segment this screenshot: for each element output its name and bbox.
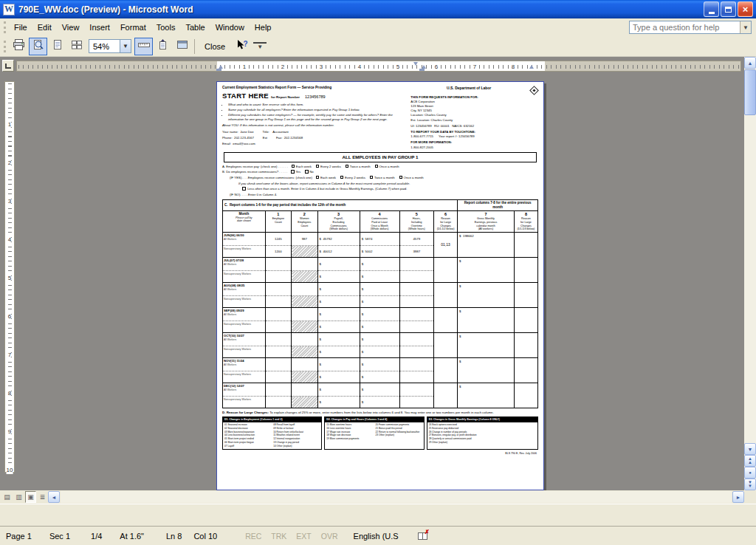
maximize-button[interactable]: [721, 1, 736, 17]
question-input[interactable]: [630, 23, 740, 32]
reason-code-8-cell: [514, 258, 537, 283]
vertical-scrollbar[interactable]: ▲ ▼ ▲▲ ● ▼▼: [744, 57, 756, 490]
contact-fax: Fax: 202-1234568: [276, 136, 303, 140]
status-section: Sec 1: [49, 532, 70, 541]
scroll-right-button[interactable]: ►: [732, 491, 744, 503]
view-ruler-button[interactable]: [134, 38, 153, 55]
toolbar-options-icon[interactable]: ▼: [253, 42, 267, 51]
menu-file[interactable]: File: [9, 20, 32, 35]
table-cell: [265, 333, 291, 346]
close-preview-button[interactable]: Close: [198, 39, 232, 54]
form-bullet: Different pay schedules for some employe…: [228, 113, 407, 122]
status-toggle-trk[interactable]: TRK: [271, 532, 286, 541]
reason-code-item: 07 Layoff: [224, 445, 271, 448]
report-number-label: for Report Number: [271, 95, 300, 100]
all-workers-label: All Workers: [224, 313, 264, 316]
all-workers-label: All Workers: [224, 238, 264, 241]
table-cell: [292, 246, 317, 258]
toolbar-grip[interactable]: [4, 21, 6, 33]
next-page-button[interactable]: ▼▼: [744, 479, 756, 490]
left-indent-box-marker[interactable]: [216, 69, 221, 71]
table-cell: $ 5874: [360, 233, 399, 246]
toolbar-separator: [194, 39, 195, 54]
toolbar-grip[interactable]: [4, 41, 6, 52]
one-page-button[interactable]: [48, 38, 66, 55]
scroll-left-button[interactable]: ◄: [48, 491, 60, 503]
checkbox-option: Each week: [312, 176, 336, 179]
column-number: 7: [458, 212, 514, 217]
status-toggle-ext[interactable]: EXT: [296, 532, 311, 541]
menu-tools[interactable]: Tools: [151, 20, 181, 35]
right-indent-marker[interactable]: [529, 65, 534, 69]
hanging-indent-box-marker[interactable]: [419, 69, 425, 71]
ruler-number: 5: [8, 275, 11, 282]
month-row-all-workers: JUN(06) 06/30All Workers1245987$ 45792$ …: [223, 233, 538, 246]
spelling-status-icon[interactable]: ✗: [418, 532, 427, 540]
menu-view[interactable]: View: [57, 20, 85, 35]
vertical-scroll-thumb[interactable]: [744, 69, 756, 115]
status-line: Ln 8: [166, 532, 182, 541]
table-cell: [399, 283, 434, 296]
magnifier-button[interactable]: [29, 38, 47, 55]
first-line-indent-marker[interactable]: [413, 62, 418, 66]
menu-insert[interactable]: Insert: [84, 20, 115, 35]
document-page[interactable]: Current Employment Statistics Report For…: [216, 81, 544, 490]
scroll-down-button[interactable]: ▼: [744, 443, 756, 455]
previous-page-button[interactable]: ▲▲: [744, 455, 756, 467]
scroll-up-button[interactable]: ▲: [744, 57, 756, 69]
gross-earnings-cell: $: [458, 308, 515, 333]
ruler-number: 7: [472, 64, 477, 70]
pay-group-header: ALL EMPLOYEES IN PAY GROUP 1: [224, 152, 537, 162]
month-label-cell: Nonsupervisory Workers: [223, 397, 266, 408]
month-label: AUG(08) 08/25: [224, 284, 264, 288]
chevron-down-icon[interactable]: ▼: [740, 21, 751, 33]
all-workers-label: All Workers: [224, 288, 264, 291]
status-toggle-rec[interactable]: REC: [245, 532, 261, 541]
checkbox-icon: [292, 165, 295, 168]
menu-format[interactable]: Format: [115, 20, 151, 35]
col-header-5: 5Hours,IncludingOvertime(Whole hours): [399, 210, 434, 233]
zoom-dropdown-arrow[interactable]: ▼: [120, 40, 131, 52]
ruler-number: 7: [8, 352, 11, 359]
menu-help[interactable]: Help: [250, 20, 277, 35]
col-header-1: 1EmployeeCount: [265, 210, 291, 233]
table-cell: $: [317, 371, 360, 383]
multiple-pages-button[interactable]: [67, 38, 86, 55]
menu-edit[interactable]: Edit: [32, 20, 57, 35]
print-layout-view-button[interactable]: ▣: [25, 491, 36, 503]
magnifier-icon: [32, 39, 44, 54]
shrink-to-fit-button[interactable]: [154, 38, 172, 55]
d1-box: D1. Changes in Employment (Columns 1 and…: [222, 417, 322, 449]
full-screen-button[interactable]: [173, 38, 191, 55]
gross-earnings-cell: $: [458, 358, 515, 383]
print-button[interactable]: [10, 38, 28, 55]
ruler-number: 10: [7, 467, 13, 474]
month-label-cell: JUL(07) 07/28All Workers: [223, 258, 266, 271]
status-language[interactable]: English (U.S: [354, 532, 399, 541]
table-cell: [399, 296, 434, 308]
outline-view-button[interactable]: ≣: [37, 491, 48, 503]
ruler-number: 8: [8, 390, 11, 397]
tab-stop-selector[interactable]: [2, 60, 14, 72]
web-layout-view-button[interactable]: ▥: [13, 491, 24, 503]
ask-a-question-box[interactable]: ▼: [629, 21, 752, 34]
status-toggle-ovr[interactable]: OVR: [321, 532, 338, 541]
minimize-button[interactable]: [704, 1, 719, 17]
zoom-combobox[interactable]: 54% ▼: [89, 39, 131, 53]
horizontal-scrollbar[interactable]: ▤ ▥ ▣ ≣ ◄ ►: [0, 490, 744, 504]
menu-table[interactable]: Table: [180, 20, 210, 35]
table-cell: $: [360, 308, 399, 321]
normal-view-button[interactable]: ▤: [1, 491, 13, 503]
status-toggles: RECTRKEXTOVR: [245, 532, 347, 541]
help-button[interactable]: ?: [233, 38, 251, 55]
menu-window[interactable]: Window: [210, 20, 250, 35]
close-window-button[interactable]: ×: [738, 1, 753, 17]
status-bar: Page 1 Sec 1 1/4 At 1.6" Ln 8 Col 10 REC…: [0, 526, 756, 545]
ruler-number: 4: [357, 64, 362, 70]
reason-code-cell: [434, 283, 458, 308]
table-cell: $: [360, 271, 399, 283]
table-cell: 3987: [399, 246, 434, 258]
horizontal-scroll-track[interactable]: [61, 491, 732, 503]
col-header-month: MonthPlease call bydate shown: [223, 210, 266, 233]
select-browse-object-button[interactable]: ●: [744, 467, 756, 479]
